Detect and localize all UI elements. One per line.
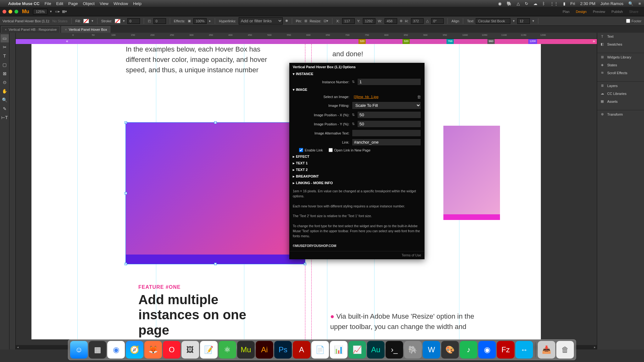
wifi-icon[interactable]: ⋮⋮ [550, 1, 558, 6]
stroke-weight[interactable]: 0 [127, 18, 140, 24]
section-linking[interactable]: ▸LINKING - MORE INFO [290, 180, 424, 186]
status-icon[interactable]: ◉ [498, 1, 502, 6]
zoom-dropdown-icon[interactable]: ▾ [50, 9, 52, 14]
minimize-window-icon[interactable] [8, 10, 12, 14]
image-fitting-select[interactable]: Scale To Fill [352, 101, 421, 109]
preview-icon[interactable]: 🖼 [181, 341, 199, 359]
ellipse-tool[interactable]: ⊙ [1, 78, 9, 86]
keynote-icon[interactable]: 📊 [330, 341, 347, 359]
firefox-icon[interactable]: 🦊 [144, 341, 162, 359]
muse-dock-icon[interactable]: Mu [237, 341, 255, 359]
panel-cc-libraries[interactable]: ☁CC Libraries [597, 90, 644, 97]
photoshop-icon[interactable]: Ps [274, 341, 292, 359]
panel-scroll-effects[interactable]: ≋Scroll Effects [597, 69, 644, 77]
spotify-icon[interactable]: ♪ [460, 341, 477, 359]
link-input[interactable] [352, 139, 421, 146]
user-name[interactable]: John Ramos [600, 1, 623, 6]
doc-tab-1[interactable]: ×Vertical Panel HB - Responsive [1, 26, 60, 33]
panel-text[interactable]: TText [597, 33, 644, 40]
eyedropper-tool[interactable]: ✎ [1, 105, 9, 113]
close-tab-icon[interactable]: × [65, 28, 67, 31]
numbers-icon[interactable]: 📈 [348, 341, 366, 359]
chrome-icon[interactable]: ◉ [107, 341, 125, 359]
crop-tool[interactable]: ✂ [1, 43, 9, 51]
corner-icon[interactable]: ◰ [148, 19, 151, 23]
pages-icon[interactable]: 📄 [311, 341, 329, 359]
zoom-level[interactable]: 125% [33, 9, 47, 14]
cc-icon[interactable]: ☁ [533, 1, 537, 6]
atom-icon[interactable]: ⚛ [219, 341, 236, 359]
bp-320b[interactable]: 320 [402, 39, 410, 44]
w-field[interactable]: 458 [385, 18, 397, 24]
rectangle-tool[interactable]: ▢ [1, 61, 9, 69]
y-field[interactable]: 1292 [363, 18, 375, 24]
panel-transform[interactable]: ⊕Transform [597, 110, 644, 118]
opacity-field[interactable]: 100% [193, 18, 207, 24]
terms-link[interactable]: Terms of Use [402, 253, 421, 257]
close-tab-icon[interactable]: × [5, 28, 7, 31]
panel-widgets[interactable]: ⊞Widgets Library [597, 53, 644, 61]
page-canvas[interactable]: In the examples below, each Hover Box ha… [31, 44, 541, 339]
section-text1[interactable]: ▸TEXT 1 [290, 160, 424, 167]
stroke-swatch[interactable] [115, 19, 120, 23]
mode-publish[interactable]: Publish [612, 10, 623, 14]
section-instance[interactable]: ▾INSTANCE [290, 71, 424, 77]
panel-layers[interactable]: ≣Layers [597, 82, 644, 90]
maximize-window-icon[interactable] [14, 10, 18, 14]
mode-plan[interactable]: Plan [563, 10, 569, 14]
menu-file[interactable]: File [45, 1, 51, 6]
x-field[interactable]: 117 [342, 18, 355, 24]
stroke-dropdown-icon[interactable]: ▾ [123, 19, 125, 23]
acrobat-icon[interactable]: A [293, 341, 310, 359]
word-icon[interactable]: W [423, 341, 440, 359]
audition-icon[interactable]: Au [367, 341, 385, 359]
vertical-text-tool[interactable]: ⊢T [1, 113, 9, 122]
menu-help[interactable]: Help [133, 1, 142, 6]
footer-checkbox[interactable] [626, 19, 630, 23]
frame-tool[interactable]: ⊠ [1, 69, 9, 78]
instance-number-input[interactable] [357, 78, 421, 85]
menu-edit[interactable]: Edit [56, 1, 63, 6]
bp-960[interactable]: 960 [487, 39, 495, 44]
teamviewer-icon[interactable]: ↔ [515, 341, 533, 359]
panel-states[interactable]: ◈States [597, 61, 644, 69]
close-window-icon[interactable] [3, 10, 6, 14]
terminal-icon[interactable]: ›_ [386, 341, 403, 359]
enable-link-checkbox[interactable] [299, 148, 303, 152]
selection-tool[interactable]: ▭ [1, 34, 9, 42]
view-grid-icon[interactable]: ▦▾ [62, 9, 67, 14]
clock-time[interactable]: 2:30 PM [580, 1, 595, 6]
text-tool[interactable]: T [1, 52, 9, 60]
menu-icon[interactable]: ≡ [638, 1, 641, 6]
menu-view[interactable]: View [100, 1, 108, 6]
pos-x-input[interactable] [357, 111, 421, 118]
evernote-icon[interactable]: 🐘 [507, 1, 512, 6]
pin-grid-icon[interactable]: ⊞ [304, 19, 307, 23]
view-toggle-icon[interactable]: ▭▸ [55, 9, 60, 14]
hand-tool[interactable]: ✋ [1, 87, 9, 95]
panel-swatches[interactable]: ◧Swatches [597, 40, 644, 48]
downloads-icon[interactable]: 📥 [538, 341, 555, 359]
bp-320[interactable]: 320 [358, 39, 366, 44]
section-text2[interactable]: ▸TEXT 2 [290, 167, 424, 173]
spotlight-icon[interactable]: 🔍 [628, 1, 633, 6]
mamp-icon[interactable]: 🐘 [404, 341, 422, 359]
clock-day[interactable]: Fri [570, 1, 575, 6]
align-label[interactable]: Align [452, 19, 459, 23]
rotate-field[interactable]: 0° [431, 18, 444, 24]
filezilla-icon[interactable]: Fz [497, 341, 514, 359]
sync-icon[interactable]: ↻ [525, 1, 528, 6]
menu-page[interactable]: Page [68, 1, 78, 6]
traffic-lights[interactable] [3, 10, 18, 14]
hyperlink-options-icon[interactable]: ✱ [285, 19, 288, 23]
fill-swatch[interactable] [83, 19, 89, 23]
hyperlinks-dropdown[interactable]: Add or filter links [239, 17, 283, 25]
safari-icon[interactable]: 🧭 [126, 341, 143, 359]
effects-icon[interactable]: ▣ [188, 19, 191, 23]
pos-y-input[interactable] [357, 120, 421, 128]
trash-icon[interactable]: 🗑 [417, 95, 421, 99]
hover-box-right[interactable] [443, 126, 500, 220]
bp-1200[interactable]: 1200 [528, 39, 537, 44]
fill-dropdown-icon[interactable]: ▾ [92, 19, 93, 23]
app-name[interactable]: Adobe Muse CC [8, 1, 40, 6]
